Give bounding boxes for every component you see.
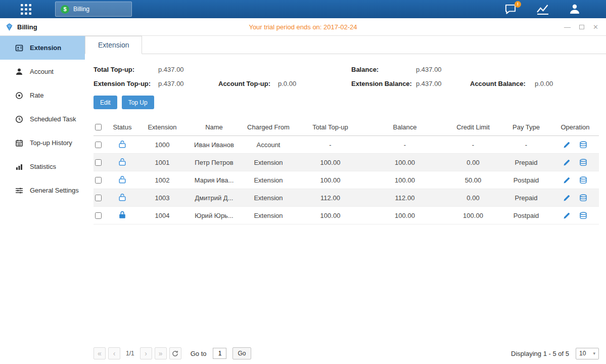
- summary-account-topup: Account Top-up: p.0.00: [218, 80, 351, 87]
- cell-pay-type: Postpaid: [501, 212, 551, 219]
- cell-extension: 1003: [137, 194, 188, 202]
- bar-chart-icon: [15, 163, 23, 171]
- edit-row-icon[interactable]: [563, 194, 571, 202]
- col-charged-from: Charged From: [241, 123, 296, 131]
- summary-extension-topup: Extension Top-up: p.437.00: [94, 80, 218, 87]
- tab-extension[interactable]: Extension: [85, 36, 142, 54]
- col-extension: Extension: [137, 123, 188, 131]
- billing-dollar-icon: $: [61, 5, 69, 14]
- maximize-button[interactable]: [579, 24, 584, 30]
- cell-extension: 1002: [137, 176, 188, 184]
- summary-value: p.0.00: [535, 80, 553, 87]
- cell-total-topup: 112.00: [296, 194, 364, 202]
- apps-grid-button[interactable]: [20, 4, 32, 15]
- sidebar-item-general-settings[interactable]: General Settings: [0, 178, 85, 202]
- extension-card-icon: [15, 44, 23, 52]
- summary-label: Extension Balance:: [351, 80, 416, 87]
- topbar-right-icons: !: [504, 3, 606, 15]
- pagination-summary: Displaying 1 - 5 of 5 10 ▾: [511, 348, 599, 359]
- select-all-checkbox[interactable]: [95, 124, 102, 130]
- go-button[interactable]: Go: [232, 347, 251, 359]
- main-content: Extension Total Top-up: p.437.00 Balance…: [85, 36, 606, 364]
- displaying-text: Displaying 1 - 5 of 5: [511, 350, 569, 357]
- edit-row-icon[interactable]: [563, 176, 571, 184]
- summary-label: Extension Top-up:: [94, 80, 158, 87]
- col-total-topup: Total Top-up: [296, 123, 364, 131]
- edit-row-icon[interactable]: [563, 141, 571, 149]
- sidebar-item-statistics[interactable]: Statistics: [0, 155, 85, 178]
- rate-coin-icon: [15, 92, 23, 100]
- cell-credit-limit: 50.00: [445, 176, 501, 184]
- status-lock-icon[interactable]: [119, 211, 126, 219]
- table-header-row: Status Extension Name Charged From Total…: [94, 119, 599, 136]
- cell-pay-type: -: [501, 141, 551, 149]
- table-row: 1004 Юрий Юрь... Extension 100.00 100.00…: [94, 207, 599, 224]
- history-ledger-icon: [15, 139, 23, 147]
- col-operation: Operation: [551, 123, 599, 131]
- row-checkbox[interactable]: [95, 142, 102, 148]
- topup-row-icon[interactable]: [579, 159, 587, 166]
- billing-taskbar-tab[interactable]: $ Billing: [55, 2, 132, 17]
- status-lock-icon[interactable]: [119, 140, 126, 148]
- cell-credit-limit: -: [445, 141, 501, 149]
- alert-badge: !: [515, 1, 521, 8]
- status-lock-icon[interactable]: [119, 158, 126, 166]
- summary-value: p.437.00: [158, 80, 184, 87]
- sidebar-item-extension[interactable]: Extension: [0, 36, 85, 60]
- topup-row-icon[interactable]: [579, 212, 587, 219]
- summary-account-balance: Account Balance: p.0.00: [470, 80, 599, 87]
- page-indicator: 1/1: [126, 350, 134, 357]
- summary-extension-balance: Extension Balance: p.437.00: [351, 80, 470, 87]
- cell-extension: 1004: [137, 212, 188, 219]
- goto-page-input[interactable]: [213, 348, 226, 359]
- refresh-button[interactable]: [169, 347, 181, 359]
- minimize-button[interactable]: —: [564, 24, 571, 30]
- notifications-button[interactable]: !: [504, 4, 517, 15]
- cell-name: Петр Петров: [188, 159, 241, 166]
- sidebar-item-scheduled-task[interactable]: Scheduled Task: [0, 107, 85, 131]
- next-page-button[interactable]: ›: [140, 347, 152, 359]
- cell-credit-limit: 100.00: [445, 212, 501, 219]
- top-up-button[interactable]: Top Up: [122, 96, 154, 109]
- edit-row-icon[interactable]: [563, 212, 571, 219]
- pagination-controls: « ‹ 1/1 › » Go to Go: [94, 347, 251, 359]
- cell-charged-from: Extension: [241, 194, 296, 202]
- summary-value: p.0.00: [278, 80, 296, 87]
- summary-value: p.437.00: [416, 66, 442, 73]
- table-row: 1001 Петр Петров Extension 100.00 100.00…: [94, 154, 599, 171]
- first-page-button[interactable]: «: [94, 347, 106, 359]
- status-lock-icon[interactable]: [119, 175, 126, 184]
- sidebar-item-topup-history[interactable]: Top-up History: [0, 131, 85, 155]
- close-button[interactable]: ✕: [593, 24, 598, 30]
- apps-grid-icon: [20, 4, 32, 15]
- last-page-button[interactable]: »: [155, 347, 167, 359]
- summary-panel: Total Top-up: p.437.00 Balance: p.437.00…: [94, 66, 599, 87]
- cell-pay-type: Prepaid: [501, 194, 551, 202]
- sidebar-item-label: General Settings: [30, 187, 79, 194]
- edit-row-icon[interactable]: [563, 159, 571, 166]
- cell-total-topup: 100.00: [296, 212, 364, 219]
- cell-balance: 112.00: [364, 194, 445, 202]
- cell-credit-limit: 0.00: [445, 194, 501, 202]
- row-checkbox[interactable]: [95, 195, 102, 201]
- page-size-select[interactable]: 10 ▾: [576, 348, 599, 359]
- topup-row-icon[interactable]: [579, 176, 587, 184]
- edit-button[interactable]: Edit: [94, 96, 117, 109]
- row-checkbox[interactable]: [95, 177, 102, 184]
- row-checkbox[interactable]: [95, 159, 102, 166]
- cell-name: Дмитрий Д...: [188, 194, 241, 202]
- sidebar-item-account[interactable]: Account: [0, 60, 85, 83]
- user-account-button[interactable]: [569, 3, 581, 15]
- prev-page-button[interactable]: ‹: [108, 347, 120, 359]
- page-size-value: 10: [579, 350, 586, 357]
- sidebar-item-label: Top-up History: [30, 139, 72, 147]
- window-controls: — ✕: [564, 24, 606, 30]
- cell-total-topup: 100.00: [296, 159, 364, 166]
- statistics-topbar-button[interactable]: [536, 3, 549, 15]
- row-checkbox[interactable]: [95, 212, 102, 219]
- topup-row-icon[interactable]: [579, 194, 587, 202]
- billing-tab-label: Billing: [73, 6, 89, 13]
- sidebar-item-rate[interactable]: Rate: [0, 83, 85, 107]
- topup-row-icon[interactable]: [579, 141, 587, 149]
- status-lock-icon[interactable]: [119, 193, 126, 201]
